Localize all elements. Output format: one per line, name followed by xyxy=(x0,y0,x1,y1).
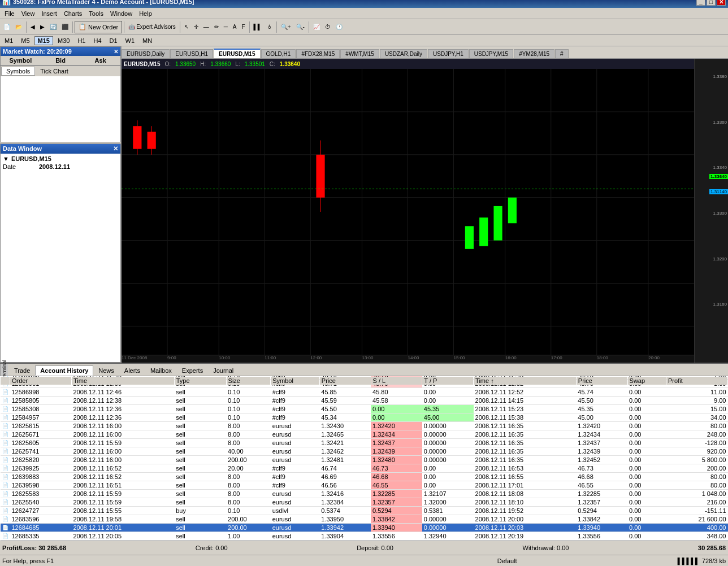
tf-m15[interactable]: M15 xyxy=(34,36,53,45)
market-watch-close[interactable]: ✕ xyxy=(114,49,118,55)
th-order[interactable]: Order xyxy=(10,376,72,385)
minimize-button[interactable]: _ xyxy=(696,0,705,6)
cell-open-time: 2008.12.11 12:36 xyxy=(71,413,174,422)
chart-tab-8[interactable]: USDJPY,M15 xyxy=(469,49,513,58)
orders-container[interactable]: Order Time Type Size Symbol Price S / L … xyxy=(0,376,728,541)
th-symbol[interactable]: Symbol xyxy=(271,376,320,385)
cell-profit: 15.00 xyxy=(666,405,728,413)
price-3: 1.3340 xyxy=(713,165,727,170)
th-close-time[interactable]: Time ↑ xyxy=(474,376,577,385)
chart-tab-1[interactable]: EURUSD,H1 xyxy=(170,49,213,58)
toolbar-sep-6 xyxy=(276,21,277,33)
cursor-tool[interactable]: ↖ xyxy=(182,21,191,33)
chart-tab-3[interactable]: GOLD,H1 xyxy=(261,49,296,58)
menu-file[interactable]: File xyxy=(1,9,18,18)
back-button[interactable]: ◀ xyxy=(28,21,37,33)
crosshair-tool[interactable]: ✛ xyxy=(192,21,201,33)
term-tab-alerts[interactable]: Alerts xyxy=(119,365,145,376)
close-button[interactable]: ✕ xyxy=(717,0,726,6)
open-button[interactable]: 📂 xyxy=(13,21,24,33)
fibo-tool[interactable]: F xyxy=(239,21,247,33)
line-tool[interactable]: — xyxy=(201,21,211,33)
period-sep-button[interactable]: ⏱ xyxy=(323,21,333,33)
menu-charts[interactable]: Charts xyxy=(60,9,85,18)
zoom-out-button[interactable]: 🔍- xyxy=(294,21,307,33)
chart-tab-6[interactable]: USDZAR,Daily xyxy=(380,49,427,58)
chart-tab-5[interactable]: #WMT,M15 xyxy=(340,49,379,58)
expert-advisors-button[interactable]: 🤖 Expert Advisors xyxy=(126,21,177,33)
tf-m30[interactable]: M30 xyxy=(54,36,73,45)
clock-button[interactable]: 🕐 xyxy=(333,21,345,33)
tf-w1[interactable]: W1 xyxy=(122,36,138,45)
cell-swap: 0.00 xyxy=(627,439,666,447)
chart-tab-2[interactable]: EURUSD,M15 xyxy=(214,49,260,58)
menu-help[interactable]: Help xyxy=(136,9,155,18)
new-order-button[interactable]: 📋 New Order xyxy=(75,21,122,33)
data-window-close[interactable]: ✕ xyxy=(113,145,118,153)
hline-tool[interactable]: ─ xyxy=(222,21,230,33)
th-tp[interactable]: T / P xyxy=(422,376,474,385)
tf-h1[interactable]: H1 xyxy=(74,36,89,45)
row-icon: 📄 xyxy=(1,473,10,481)
cell-symbol: #clf9 xyxy=(271,473,320,481)
th-swap[interactable]: Swap xyxy=(627,376,666,385)
cell-close-time: 2008.12.11 16:35 xyxy=(474,430,577,439)
menu-view[interactable]: View xyxy=(18,9,38,18)
tf-m5[interactable]: M5 xyxy=(18,36,33,45)
table-row: 📄126255832008.12.11 15:59sell8.00eurusd1… xyxy=(1,490,728,498)
mw-tab-tick[interactable]: Tick Chart xyxy=(35,67,73,76)
tf-d1[interactable]: D1 xyxy=(106,36,121,45)
cell-open-time: 2008.12.11 16:51 xyxy=(71,481,174,490)
cell-sl: 1.32480 xyxy=(371,456,422,464)
chart-tab-7[interactable]: USDJPY,H1 xyxy=(428,49,469,58)
chart-tab-10[interactable]: # xyxy=(555,49,569,58)
th-profit[interactable]: Profit xyxy=(666,376,728,385)
menu-tools[interactable]: Tools xyxy=(85,9,107,18)
term-tab-history[interactable]: Account History xyxy=(35,365,93,376)
term-tab-experts[interactable]: Experts xyxy=(177,365,208,376)
text-tool[interactable]: A xyxy=(231,21,239,33)
ohlc-c-label: C: xyxy=(270,61,275,67)
chart-canvas[interactable]: EURUSD,M15 O: 1.33650 H: 1.33660 L: 1.33… xyxy=(122,59,728,363)
table-row: 📄125853082008.12.11 12:36sell0.10#clf945… xyxy=(1,405,728,413)
chart-tab-9[interactable]: #YM28,M15 xyxy=(514,49,554,58)
menu-window[interactable]: Window xyxy=(107,9,136,18)
chart-tab-0[interactable]: EURUSD,Daily xyxy=(122,49,170,58)
chart-bar[interactable]: ▌▌ xyxy=(252,21,264,33)
cell-sl: 1.33940 xyxy=(371,524,422,532)
indicators-button[interactable]: 📈 xyxy=(311,21,322,33)
cell-symbol: #clf9 xyxy=(271,481,320,490)
forward-button[interactable]: ▶ xyxy=(38,21,47,33)
menu-insert[interactable]: Insert xyxy=(38,9,60,18)
data-window: Data Window ✕ ▼ EURUSD,M15 Date 2008.12.… xyxy=(0,143,121,363)
th-sl[interactable]: S / L xyxy=(371,376,422,385)
tf-h4[interactable]: H4 xyxy=(90,36,105,45)
term-tab-mailbox[interactable]: Mailbox xyxy=(145,365,177,376)
stop-button[interactable]: ⬛ xyxy=(59,21,71,33)
tf-mn[interactable]: MN xyxy=(139,36,155,45)
term-tab-news[interactable]: News xyxy=(93,365,119,376)
th-price[interactable]: Price xyxy=(319,376,371,385)
th-time[interactable]: Time xyxy=(71,376,174,385)
th-close-price[interactable]: Price xyxy=(576,376,627,385)
chart-candle[interactable]: 🕯 xyxy=(265,21,275,33)
ohlc-h-label: H: xyxy=(200,61,206,67)
tf-m1[interactable]: M1 xyxy=(1,36,16,45)
term-tab-journal[interactable]: Journal xyxy=(208,365,239,376)
side-terminal-label[interactable]: Terminal xyxy=(0,364,8,376)
mw-tab-symbols[interactable]: Symbols xyxy=(1,67,35,76)
chart-tab-4[interactable]: #FDX28,M15 xyxy=(296,49,340,58)
cell-size: 8.00 xyxy=(226,490,271,498)
zoom-in-button[interactable]: 🔍+ xyxy=(279,21,293,33)
th-size[interactable]: Size xyxy=(226,376,271,385)
pencil-tool[interactable]: ✏ xyxy=(212,21,221,33)
cell-open-price: 1.32481 xyxy=(319,456,371,464)
maximize-button[interactable]: □ xyxy=(707,0,716,6)
cell-profit: 200.00 xyxy=(666,464,728,473)
cell-open-price: 1.33942 xyxy=(319,524,371,532)
main-area: Market Watch: 20:20:09 ✕ Symbol Bid Ask … xyxy=(0,46,728,363)
term-tab-trade[interactable]: Trade xyxy=(9,365,35,376)
refresh-button[interactable]: 🔄 xyxy=(47,21,59,33)
new-file-button[interactable]: 📄 xyxy=(1,21,12,33)
th-type[interactable]: Type xyxy=(174,376,226,385)
